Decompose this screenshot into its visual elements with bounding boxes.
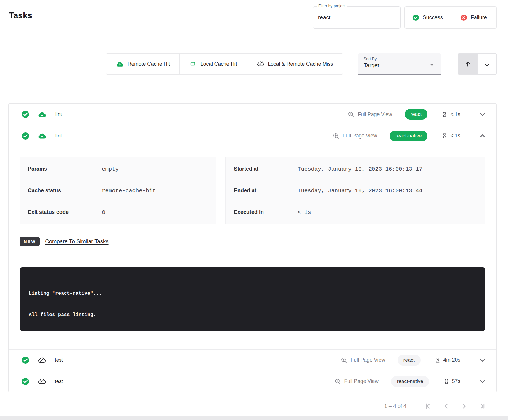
full-page-view-button[interactable]: Full Page View [334, 378, 379, 385]
sort-direction-group [458, 53, 497, 75]
cache-miss-label: Local & Remote Cache Miss [268, 61, 333, 67]
task-duration-label: 4m 20s [443, 357, 460, 363]
project-filter-input[interactable] [313, 14, 400, 21]
check-circle-icon [412, 14, 419, 21]
zoom-in-magnifier-icon [348, 111, 355, 118]
task-params-panel: Params empty Cache status remote-cache-h… [20, 157, 216, 224]
terminal-line: Linting "react-native"... [29, 291, 476, 296]
full-page-view-button[interactable]: Full Page View [348, 111, 392, 118]
task-duration-label: < 1s [450, 111, 460, 118]
terminal-line: All files pass linting. [29, 312, 476, 318]
task-duration: < 1s [442, 111, 460, 118]
page-title: Tasks [9, 11, 32, 20]
full-page-view-label: Full Page View [344, 378, 379, 384]
x-circle-icon [460, 14, 467, 21]
task-target-label: lint [55, 133, 62, 139]
success-filter-label: Success [423, 15, 443, 21]
exit-status-code-label: Exit status code [28, 209, 102, 215]
cloud-off-icon [256, 60, 264, 68]
task-target-label: lint [55, 111, 62, 117]
compare-row: NEW Compare To Similar Tasks [20, 237, 485, 246]
cache-filter-group: Remote Cache Hit Local Cache Hit Local &… [106, 53, 343, 75]
terminal-output: Linting "react-native"... All files pass… [20, 267, 485, 331]
pagination: 1 – 4 of 4 [384, 400, 491, 412]
params-value: empty [102, 166, 119, 172]
failure-filter-label: Failure [471, 15, 487, 21]
sort-by-select[interactable]: Sort By Target [358, 53, 441, 75]
hourglass-icon [442, 111, 447, 118]
check-circle-icon [22, 132, 29, 140]
remote-cache-hit-label: Remote Cache Hit [128, 61, 170, 67]
sort-descending-button[interactable] [477, 54, 496, 74]
next-page-button[interactable] [455, 400, 473, 412]
started-at-value: Tuesday, January 10, 2023 16:00:13.17 [298, 166, 422, 172]
collapse-row-button[interactable] [479, 132, 486, 140]
full-page-view-label: Full Page View [358, 111, 392, 118]
check-circle-icon [22, 356, 29, 364]
task-row[interactable]: test Full Page View react-native 57s [9, 371, 496, 392]
hourglass-icon [442, 133, 447, 139]
task-list-card: lint Full Page View react < 1s [8, 103, 497, 392]
full-page-view-label: Full Page View [343, 133, 377, 139]
project-filter-label: Filter by project [317, 4, 347, 8]
laptop-icon [189, 61, 197, 68]
full-page-view-button[interactable]: Full Page View [340, 357, 385, 364]
task-target-label: test [55, 357, 63, 363]
next-page-icon [460, 402, 468, 410]
first-page-icon [425, 402, 433, 410]
expand-row-button[interactable] [479, 378, 486, 385]
chevron-down-icon [479, 110, 486, 118]
zoom-in-magnifier-icon [340, 357, 348, 364]
arrow-up-icon [464, 60, 471, 68]
compare-to-similar-tasks-link[interactable]: Compare To Similar Tasks [45, 238, 108, 245]
project-badge: react-native [391, 376, 429, 387]
remote-cache-hit-filter-button[interactable]: Remote Cache Hit [106, 53, 180, 75]
local-cache-hit-filter-button[interactable]: Local Cache Hit [179, 53, 247, 75]
cloud-off-icon [38, 356, 46, 364]
sort-by-value: Target [364, 62, 435, 69]
zoom-in-magnifier-icon [332, 132, 340, 140]
arrow-down-icon [483, 60, 491, 68]
cache-miss-filter-button[interactable]: Local & Remote Cache Miss [247, 53, 343, 75]
chevron-up-icon [479, 132, 486, 140]
success-filter-button[interactable]: Success [405, 7, 451, 28]
local-cache-hit-label: Local Cache Hit [200, 61, 237, 67]
previous-page-icon [442, 402, 450, 410]
first-page-button[interactable] [419, 400, 437, 412]
exit-status-code-value: 0 [102, 209, 105, 216]
dropdown-caret-icon [429, 62, 435, 69]
check-circle-icon [22, 110, 29, 118]
pagination-range-label: 1 – 4 of 4 [384, 403, 406, 409]
expand-row-button[interactable] [479, 110, 486, 118]
task-duration-label: 57s [452, 378, 460, 384]
last-page-button[interactable] [473, 400, 491, 412]
ended-at-label: Ended at [234, 187, 298, 194]
sort-ascending-button[interactable] [458, 54, 477, 74]
failure-filter-button[interactable]: Failure [451, 7, 497, 28]
previous-page-button[interactable] [437, 400, 455, 412]
expand-row-button[interactable] [479, 356, 486, 364]
task-duration: < 1s [442, 133, 460, 139]
task-duration: 57s [444, 378, 460, 384]
task-row[interactable]: test Full Page View react 4m 20s [9, 349, 496, 371]
task-duration: 4m 20s [435, 357, 460, 363]
chevron-down-icon [479, 356, 486, 364]
cache-status-label: Cache status [28, 187, 102, 194]
task-row[interactable]: lint Full Page View react < 1s [9, 104, 496, 125]
task-target-label: test [55, 379, 63, 384]
task-timing-panel: Started at Tuesday, January 10, 2023 16:… [225, 157, 485, 224]
tasks-page: Tasks Filter by project Success Failure … [0, 0, 508, 420]
last-page-icon [478, 402, 486, 410]
params-label: Params [28, 166, 102, 172]
task-detail-panel: Params empty Cache status remote-cache-h… [9, 146, 496, 349]
ended-at-value: Tuesday, January 10, 2023 16:00:13.44 [298, 187, 422, 194]
task-row[interactable]: lint Full Page View react-native < 1s [9, 125, 496, 146]
project-badge: react [405, 109, 428, 120]
check-circle-icon [22, 378, 29, 385]
full-page-view-button[interactable]: Full Page View [332, 132, 377, 140]
cloud-download-icon [116, 61, 124, 68]
cloud-download-icon [38, 132, 46, 140]
hourglass-icon [444, 378, 449, 384]
cloud-download-icon [38, 111, 46, 118]
horizontal-scrollbar[interactable] [0, 416, 508, 420]
